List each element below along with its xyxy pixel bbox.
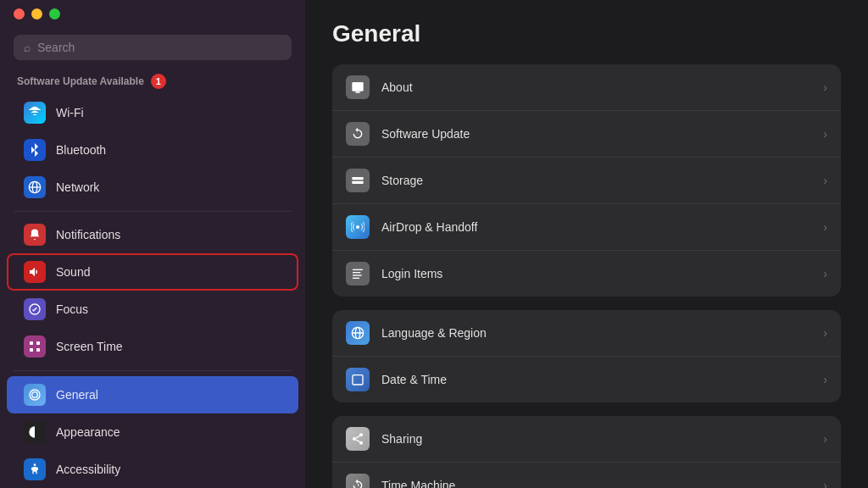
sidebar-item-network[interactable]: Network xyxy=(7,169,298,206)
screentime-icon xyxy=(24,336,46,358)
sharing-chevron: › xyxy=(823,432,827,446)
sidebar-item-bluetooth[interactable]: Bluetooth xyxy=(7,131,298,169)
svg-rect-8 xyxy=(352,177,363,180)
settings-row-airdrop[interactable]: AirDrop & Handoff › xyxy=(332,204,841,251)
sidebar-item-sound[interactable]: Sound xyxy=(7,253,298,291)
settings-group-3: Sharing › Time Machine › Transfer or Res… xyxy=(332,416,841,488)
screentime-label: Screen Time xyxy=(56,340,123,353)
close-button[interactable] xyxy=(14,8,25,19)
network-label: Network xyxy=(56,180,99,194)
notifications-label: Notifications xyxy=(56,228,120,241)
search-placeholder: Search xyxy=(37,41,75,54)
focus-icon xyxy=(24,298,46,320)
svg-rect-12 xyxy=(353,272,360,273)
network-icon xyxy=(24,176,46,198)
settings-row-language[interactable]: Language & Region › xyxy=(332,310,841,357)
settings-row-datetime[interactable]: Date & Time › xyxy=(332,357,841,402)
settings-group-2: Language & Region › Date & Time › xyxy=(332,310,841,402)
storage-icon xyxy=(346,169,370,192)
page-title: General xyxy=(332,20,841,47)
search-bar[interactable]: ⌕ Search xyxy=(14,35,292,60)
storage-chevron: › xyxy=(823,174,827,187)
update-badge: 1 xyxy=(151,74,166,89)
airdrop-icon xyxy=(346,215,370,239)
settings-row-login-items[interactable]: Login Items › xyxy=(332,251,841,297)
sidebar-item-appearance[interactable]: Appearance xyxy=(7,413,298,451)
login-items-icon xyxy=(346,262,370,286)
sidebar: ⌕ Search Software Update Available 1 Wi-… xyxy=(0,0,305,488)
minimize-button[interactable] xyxy=(31,8,42,19)
timemachine-label: Time Machine xyxy=(381,479,811,488)
settings-row-sharing[interactable]: Sharing › xyxy=(332,416,841,463)
language-icon xyxy=(346,321,370,345)
svg-rect-3 xyxy=(36,341,40,345)
notifications-icon xyxy=(24,224,46,246)
software-update-section[interactable]: Software Update Available 1 xyxy=(0,70,305,94)
svg-point-18 xyxy=(359,433,363,436)
settings-row-storage[interactable]: Storage › xyxy=(332,158,841,204)
svg-rect-17 xyxy=(353,375,363,385)
sidebar-item-accessibility[interactable]: Accessibility xyxy=(7,451,298,488)
about-label: About xyxy=(381,80,811,94)
main-content: General About › Software Update › Storag… xyxy=(305,0,868,488)
settings-group-1: About › Software Update › Storage › AirD… xyxy=(332,64,841,297)
svg-rect-5 xyxy=(36,348,40,352)
divider-1 xyxy=(14,211,292,212)
timemachine-chevron: › xyxy=(823,479,827,488)
timemachine-icon xyxy=(346,474,370,488)
bluetooth-icon xyxy=(24,139,46,161)
sidebar-item-screentime[interactable]: Screen Time xyxy=(7,328,298,365)
general-icon xyxy=(24,384,46,406)
storage-label: Storage xyxy=(381,174,811,187)
datetime-label: Date & Time xyxy=(381,373,811,386)
svg-rect-9 xyxy=(352,181,363,184)
appearance-label: Appearance xyxy=(56,425,120,439)
datetime-chevron: › xyxy=(823,373,827,386)
sharing-label: Sharing xyxy=(381,432,811,446)
accessibility-icon xyxy=(24,458,46,480)
language-chevron: › xyxy=(823,326,827,340)
divider-2 xyxy=(14,370,292,371)
settings-row-about[interactable]: About › xyxy=(332,64,841,111)
sidebar-item-general[interactable]: General xyxy=(7,376,298,413)
svg-point-6 xyxy=(34,463,36,466)
svg-rect-14 xyxy=(353,278,359,279)
svg-point-20 xyxy=(359,441,363,445)
login-items-label: Login Items xyxy=(381,267,811,280)
svg-rect-11 xyxy=(353,269,363,270)
maximize-button[interactable] xyxy=(49,8,60,19)
sidebar-item-wifi[interactable]: Wi-Fi xyxy=(7,94,298,131)
software-update-row-label: Software Update xyxy=(381,127,811,141)
svg-rect-2 xyxy=(30,341,33,345)
airdrop-chevron: › xyxy=(823,220,827,234)
sidebar-item-focus[interactable]: Focus xyxy=(7,291,298,328)
wifi-icon xyxy=(24,102,46,124)
settings-row-software-update[interactable]: Software Update › xyxy=(332,111,841,158)
about-chevron: › xyxy=(823,80,827,94)
datetime-icon xyxy=(346,368,370,391)
wifi-label: Wi-Fi xyxy=(56,106,84,119)
titlebar xyxy=(0,0,305,28)
accessibility-label: Accessibility xyxy=(56,463,120,476)
settings-row-timemachine[interactable]: Time Machine › xyxy=(332,463,841,488)
software-update-chevron: › xyxy=(823,127,827,141)
airdrop-label: AirDrop & Handoff xyxy=(381,220,811,234)
sharing-icon xyxy=(346,427,370,451)
sound-icon xyxy=(24,261,46,283)
svg-point-19 xyxy=(353,437,356,441)
software-update-icon xyxy=(346,122,370,146)
general-label: General xyxy=(56,388,98,402)
svg-rect-13 xyxy=(353,274,362,275)
login-items-chevron: › xyxy=(823,267,827,280)
svg-rect-7 xyxy=(352,82,363,92)
bluetooth-label: Bluetooth xyxy=(56,143,106,157)
svg-rect-4 xyxy=(30,348,33,352)
about-icon xyxy=(346,75,370,99)
sidebar-item-notifications[interactable]: Notifications xyxy=(7,216,298,253)
svg-point-10 xyxy=(356,225,359,229)
focus-label: Focus xyxy=(56,302,88,316)
sound-label: Sound xyxy=(56,265,90,279)
language-label: Language & Region xyxy=(381,326,811,340)
software-update-label: Software Update Available xyxy=(17,75,144,87)
search-icon: ⌕ xyxy=(24,41,31,54)
